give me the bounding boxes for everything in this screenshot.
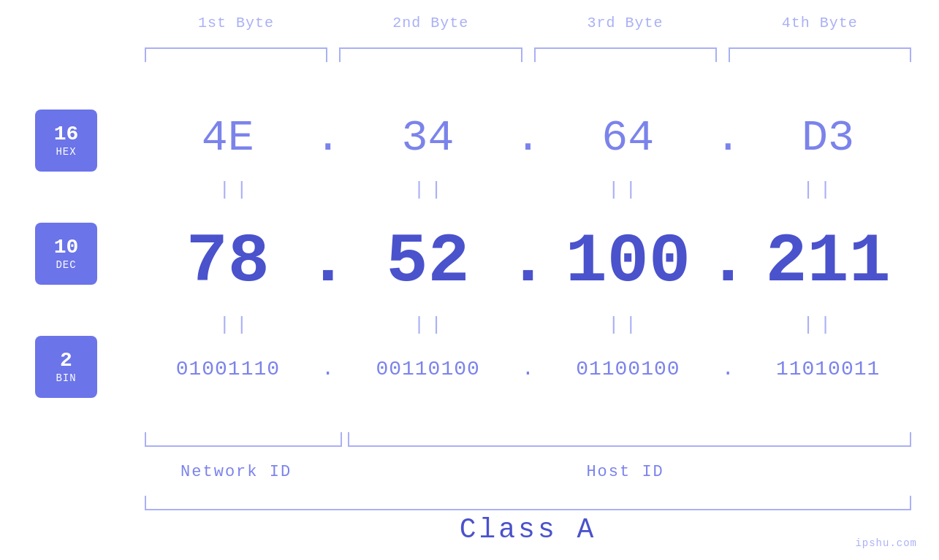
class-bracket xyxy=(145,496,911,510)
bin-dot-2: . xyxy=(517,359,539,380)
bin-dot-1: . xyxy=(317,359,339,380)
bin-badge-label: BIN xyxy=(56,372,76,384)
hex-dot-2: . xyxy=(517,116,539,160)
bracket-top-3 xyxy=(534,47,717,62)
equals-cell-2-2: || xyxy=(333,314,528,336)
dec-value-1: 78 xyxy=(139,223,317,302)
equals-cell-2-4: || xyxy=(723,314,917,336)
bracket-top-1 xyxy=(145,47,327,62)
bin-value-3: 01100100 xyxy=(539,358,718,380)
equals-row-1: || || || || xyxy=(139,179,917,201)
id-labels: Network ID Host ID xyxy=(139,463,917,481)
hex-badge-label: HEX xyxy=(56,146,76,158)
dec-value-3: 100 xyxy=(539,223,718,302)
watermark: ipshu.com xyxy=(855,537,917,549)
bin-badge-number: 2 xyxy=(60,350,72,372)
equals-cell-1-1: || xyxy=(139,179,333,201)
dec-row: 78 . 52 . 100 . 211 xyxy=(139,223,917,302)
dec-value-2: 52 xyxy=(339,223,517,302)
bracket-top-4 xyxy=(729,47,911,62)
host-id-label: Host ID xyxy=(333,463,917,481)
bin-value-4: 11010011 xyxy=(739,358,917,380)
dec-dot-1: . xyxy=(317,228,339,297)
bin-row: 01001110 . 00110100 . 01100100 . 1101001… xyxy=(139,358,917,380)
hex-row: 4E . 34 . 64 . D3 xyxy=(139,113,917,163)
byte-header-1: 1st Byte xyxy=(139,15,333,31)
dec-dot-2: . xyxy=(517,228,539,297)
equals-cell-1-4: || xyxy=(723,179,917,201)
hex-value-4: D3 xyxy=(739,113,917,163)
hex-badge-number: 16 xyxy=(54,123,79,146)
hex-dot-1: . xyxy=(317,116,339,160)
byte-header-4: 4th Byte xyxy=(723,15,917,31)
dec-dot-3: . xyxy=(717,228,739,297)
bin-value-1: 01001110 xyxy=(139,358,317,380)
bin-value-2: 00110100 xyxy=(339,358,517,380)
columns-area: 1st Byte 2nd Byte 3rd Byte 4th Byte 4E .… xyxy=(139,0,917,560)
bottom-brackets xyxy=(139,432,917,447)
equals-cell-1-3: || xyxy=(528,179,723,201)
hex-value-2: 34 xyxy=(339,113,517,163)
dec-badge-label: DEC xyxy=(56,259,76,271)
class-label: Class A xyxy=(139,514,917,545)
dec-badge: 10 DEC xyxy=(35,223,97,285)
dec-value-4: 211 xyxy=(739,223,917,302)
equals-cell-2-1: || xyxy=(139,314,333,336)
byte-headers: 1st Byte 2nd Byte 3rd Byte 4th Byte xyxy=(139,15,917,31)
hex-value-1: 4E xyxy=(139,113,317,163)
main-container: 16 HEX 10 DEC 2 BIN 1st Byte 2nd Byte 3r… xyxy=(0,0,939,560)
hex-badge: 16 HEX xyxy=(35,110,97,172)
bin-badge: 2 BIN xyxy=(35,336,97,398)
dec-badge-number: 10 xyxy=(54,237,79,259)
equals-cell-1-2: || xyxy=(333,179,528,201)
bracket-network xyxy=(145,432,342,447)
byte-header-3: 3rd Byte xyxy=(528,15,723,31)
equals-cell-2-3: || xyxy=(528,314,723,336)
equals-row-2: || || || || xyxy=(139,314,917,336)
hex-value-3: 64 xyxy=(539,113,718,163)
network-id-label: Network ID xyxy=(139,463,333,481)
byte-header-2: 2nd Byte xyxy=(333,15,528,31)
hex-dot-3: . xyxy=(717,116,739,160)
bracket-host xyxy=(348,432,911,447)
bracket-top-2 xyxy=(339,47,522,62)
top-brackets xyxy=(139,47,917,62)
bin-dot-3: . xyxy=(717,359,739,380)
